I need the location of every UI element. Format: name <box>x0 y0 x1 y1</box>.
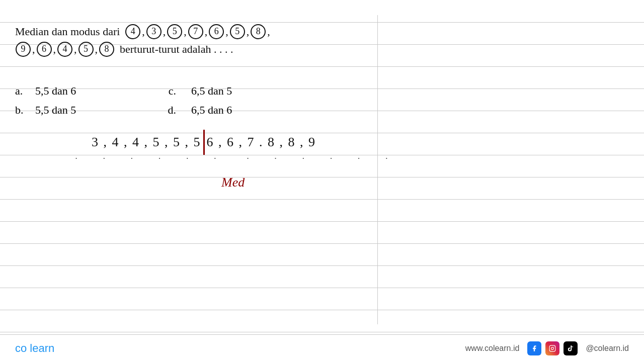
circled-4b: 4 <box>57 42 72 57</box>
question-block: Median dan modus dari 4, 3, 5, 7, 6, 5, … <box>15 23 357 58</box>
dot: • <box>386 156 387 161</box>
option-c-label: c. <box>146 84 176 98</box>
question-line2: 9, 6, 4, 5, 8 berturut-turut adalah . . … <box>15 40 357 58</box>
ruled-line <box>0 66 644 67</box>
comma: , <box>95 40 98 58</box>
circled-6b: 6 <box>37 42 52 57</box>
option-b-value: 5,5 dan 5 <box>35 104 146 117</box>
comma: , <box>225 23 228 40</box>
svg-rect-0 <box>550 345 556 351</box>
footer-right: www.colearn.id <box>465 341 629 355</box>
ruled-line <box>0 310 644 310</box>
circled-5c: 5 <box>78 42 94 57</box>
circled-5b: 5 <box>230 24 245 39</box>
option-d-label: d. <box>146 104 176 117</box>
dot: • <box>247 156 249 161</box>
instagram-icon[interactable] <box>545 341 559 355</box>
question-text-start: Median dan modus dari <box>15 23 120 40</box>
sequence-divider <box>203 130 205 155</box>
ruled-line <box>0 199 644 200</box>
option-d-value: 6,5 dan 6 <box>191 104 232 117</box>
options-row-bd: b. 5,5 dan 5 d. 6,5 dan 6 <box>15 104 342 117</box>
tiktok-icon[interactable] <box>564 341 578 355</box>
option-a-label: a. <box>15 84 35 98</box>
ruled-line <box>0 155 644 155</box>
option-a-value: 5,5 dan 6 <box>35 84 146 98</box>
circled-8b: 8 <box>99 42 114 57</box>
comma: , <box>163 23 166 40</box>
comma: , <box>247 23 250 40</box>
circled-9: 9 <box>16 42 31 57</box>
circled-4: 4 <box>125 24 140 39</box>
comma: , <box>142 23 145 40</box>
comma: , <box>184 23 187 40</box>
question-line1: Median dan modus dari 4, 3, 5, 7, 6, 5, … <box>15 23 357 40</box>
dot: • <box>302 156 304 161</box>
dot: • <box>158 156 160 161</box>
ruled-line <box>0 288 644 288</box>
svg-point-1 <box>551 347 554 350</box>
dot: • <box>214 156 216 161</box>
circled-8a: 8 <box>251 24 266 39</box>
social-icons <box>527 341 578 355</box>
option-b-label: b. <box>15 104 35 117</box>
ruled-line <box>0 243 644 244</box>
comma: , <box>205 23 208 40</box>
sorted-sequence: 3 , 4 , 4 , 5 , 5 , 5 6 , 6 , 7 . 8 , 8 … <box>15 130 392 155</box>
ruled-line <box>0 332 644 332</box>
dot: • <box>187 156 188 161</box>
sequence-dots-row: • • • • • • • • • • • • <box>75 156 387 161</box>
vertical-separator <box>377 15 378 324</box>
ruled-line <box>0 221 644 222</box>
comma: , <box>267 23 270 40</box>
dot: • <box>358 156 360 161</box>
footer-handle: @colearn.id <box>586 344 629 353</box>
svg-point-2 <box>554 346 554 347</box>
footer: co learn www.colearn.id <box>0 334 644 362</box>
dot: • <box>103 156 105 161</box>
dot: • <box>330 156 332 161</box>
comma: , <box>74 40 77 58</box>
circled-3: 3 <box>146 24 162 39</box>
circled-6a: 6 <box>209 24 224 39</box>
sequence-left: 3 , 4 , 4 , 5 , 5 , 5 <box>92 135 201 150</box>
dot: • <box>131 156 132 161</box>
dot: • <box>275 156 276 161</box>
footer-url: www.colearn.id <box>465 344 520 353</box>
footer-logo: co learn <box>15 342 54 355</box>
circled-5a: 5 <box>167 24 182 39</box>
ruled-line <box>0 265 644 266</box>
comma: , <box>53 40 56 58</box>
circled-7: 7 <box>188 24 203 39</box>
question-text-end: berturut-turut adalah . . . . <box>120 40 233 58</box>
comma: , <box>32 40 35 58</box>
median-label: Med <box>221 175 245 190</box>
options-block: a. 5,5 dan 6 c. 6,5 dan 5 b. 5,5 dan 5 d… <box>15 84 342 123</box>
facebook-icon[interactable] <box>527 341 541 355</box>
ruled-line <box>0 177 644 177</box>
sequence-right: 6 , 6 , 7 . 8 , 8 , 9 <box>207 135 316 150</box>
dot: • <box>75 156 77 161</box>
options-row-ac: a. 5,5 dan 6 c. 6,5 dan 5 <box>15 84 342 98</box>
option-c-value: 6,5 dan 5 <box>191 84 232 98</box>
